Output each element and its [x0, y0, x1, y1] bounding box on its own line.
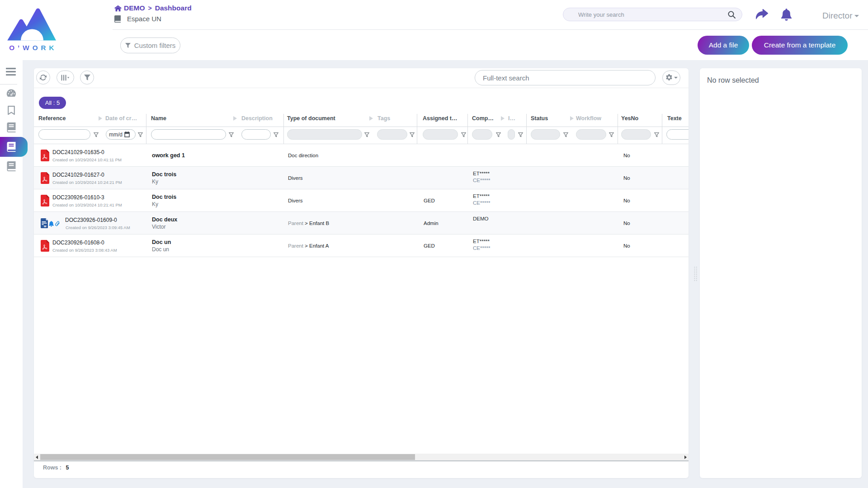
svg-text:w: w	[43, 225, 47, 228]
